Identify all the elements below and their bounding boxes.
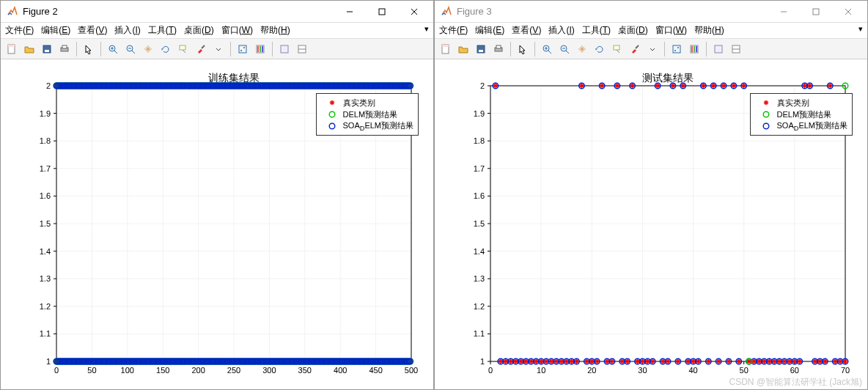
menu-edit[interactable]: 编辑(E) [475,24,504,37]
svg-text:0: 0 [488,366,493,375]
maximize-button[interactable] [800,1,832,22]
titlebar[interactable]: Figure 3 [435,1,867,23]
titlebar[interactable]: Figure 2 [1,1,433,23]
svg-point-21 [240,50,242,51]
layout1-icon[interactable] [710,41,727,57]
menu-window[interactable]: 窗口(W) [655,24,687,37]
svg-rect-7 [45,50,49,52]
zoom-in-icon[interactable] [539,41,555,57]
svg-rect-3445 [442,45,449,47]
window-title: Figure 3 [457,6,768,17]
svg-text:1.5: 1.5 [474,219,485,228]
legend[interactable]: 真实类别DELM预测结果SOADELM预测结果 [750,93,853,136]
svg-text:300: 300 [262,366,276,375]
svg-line-11 [114,51,117,54]
menu-insert[interactable]: 插入(I) [114,24,140,37]
svg-text:1: 1 [480,357,485,366]
maximize-button[interactable] [366,1,398,22]
colorbar-icon[interactable] [252,41,268,57]
save-icon[interactable] [473,41,489,57]
pan-icon[interactable] [574,41,590,57]
pointer-icon[interactable] [515,41,531,57]
menu-file[interactable]: 文件(F) [5,24,34,37]
minimize-button[interactable] [768,1,800,22]
zoom-in-icon[interactable] [105,41,121,57]
sep [100,42,101,56]
menu-tools[interactable]: 工具(T) [582,24,611,37]
zoom-out-icon[interactable] [556,41,573,57]
new-icon[interactable] [438,41,454,57]
brush-icon[interactable] [627,41,643,57]
menu-view[interactable]: 查看(V) [78,24,107,37]
svg-rect-26 [262,46,263,52]
svg-text:1.1: 1.1 [474,329,485,338]
legend-entry: SOADELM预测结果 [755,120,847,132]
menu-desktop[interactable]: 桌面(D) [184,24,214,37]
layout2-icon[interactable] [728,41,744,57]
close-button[interactable] [832,1,864,22]
datatip-icon[interactable] [175,41,191,57]
sep [230,42,231,56]
menu-overflow-icon[interactable]: ▾ [858,24,863,34]
svg-text:70: 70 [841,366,850,375]
save-icon[interactable] [39,41,55,57]
minimize-button[interactable] [334,1,366,22]
svg-rect-20 [239,45,246,53]
pan-icon[interactable] [140,41,156,57]
svg-text:测试集结果: 测试集结果 [642,73,694,84]
zoom-out-icon[interactable] [122,41,139,57]
svg-text:1.2: 1.2 [474,302,485,311]
svg-text:1.9: 1.9 [474,109,485,118]
menu-file[interactable]: 文件(F) [439,24,468,37]
svg-text:1.4: 1.4 [474,247,485,256]
svg-text:150: 150 [156,366,169,375]
open-icon[interactable] [21,41,37,57]
menubar: 文件(F) 编辑(E) 查看(V) 插入(I) 工具(T) 桌面(D) 窗口(W… [1,23,433,39]
svg-point-3461 [674,50,676,51]
close-button[interactable] [398,1,430,22]
legend-entry: 真实类别 [321,97,413,108]
rotate-icon[interactable] [158,41,174,57]
pointer-icon[interactable] [81,41,97,57]
legend[interactable]: 真实类别DELM预测结果SOADELM预测结果 [316,93,419,136]
brush-icon[interactable] [193,41,209,57]
layout1-icon[interactable] [276,41,293,57]
axes[interactable]: 01020304050607011.11.21.31.41.51.61.71.8… [435,59,867,389]
svg-text:1.9: 1.9 [40,109,51,118]
menu-help[interactable]: 帮助(H) [260,24,290,37]
menu-edit[interactable]: 编辑(E) [41,24,70,37]
link-icon[interactable] [669,41,685,57]
svg-rect-3467 [715,45,722,53]
menu-tools[interactable]: 工具(T) [148,24,177,37]
svg-text:1.1: 1.1 [40,329,51,338]
menu-view[interactable]: 查看(V) [512,24,541,37]
window-title: Figure 2 [23,6,334,17]
svg-point-3885 [763,111,769,117]
axes[interactable]: 05010015020025030035040045050011.11.21.3… [1,59,433,389]
open-icon[interactable] [455,41,471,57]
layout2-icon[interactable] [294,41,310,57]
svg-point-3439 [329,123,335,129]
print-icon[interactable] [56,41,73,57]
svg-text:1.5: 1.5 [40,219,51,228]
menu-help[interactable]: 帮助(H) [694,24,724,37]
rotate-icon[interactable] [592,41,608,57]
svg-line-3458 [617,50,619,53]
menubar: 文件(F) 编辑(E) 查看(V) 插入(I) 工具(T) 桌面(D) 窗口(W… [435,23,867,39]
menu-window[interactable]: 窗口(W) [221,24,253,37]
dropdown-icon[interactable] [644,41,661,57]
menu-overflow-icon[interactable]: ▾ [424,24,429,34]
sep [664,42,665,56]
svg-line-15 [132,51,135,54]
new-icon[interactable] [4,41,20,57]
print-icon[interactable] [490,41,507,57]
legend-entry: SOADELM预测结果 [321,120,413,132]
datatip-icon[interactable] [609,41,625,57]
menu-desktop[interactable]: 桌面(D) [618,24,648,37]
svg-text:1: 1 [46,357,51,366]
link-icon[interactable] [235,41,251,57]
svg-text:1.7: 1.7 [474,164,485,173]
colorbar-icon[interactable] [686,41,702,57]
menu-insert[interactable]: 插入(I) [548,24,574,37]
dropdown-icon[interactable] [210,41,227,57]
